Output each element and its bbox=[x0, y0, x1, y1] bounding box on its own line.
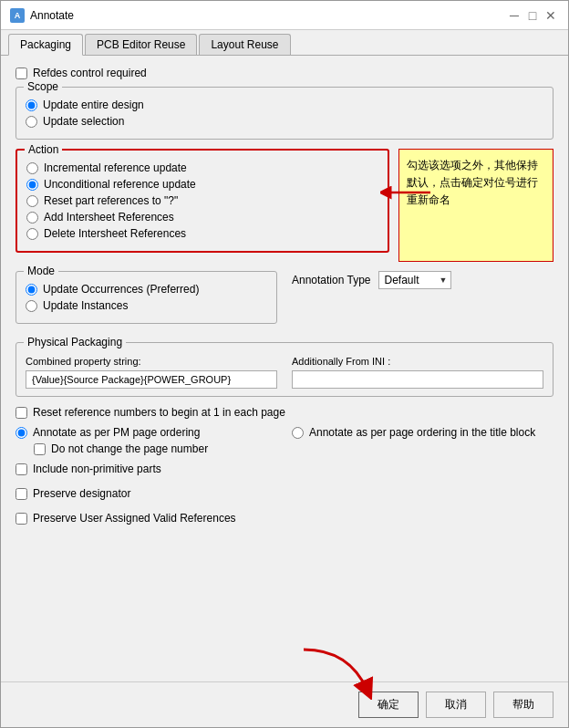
refdes-control-label: Refdes control required bbox=[33, 67, 147, 79]
action-label-3: Add Intersheet References bbox=[44, 211, 174, 224]
cancel-button[interactable]: 取消 bbox=[426, 692, 486, 718]
include-non-primitive-checkbox[interactable] bbox=[16, 463, 27, 475]
title-bar: A Annotate ─ □ ✕ bbox=[1, 1, 568, 30]
action-radio-4[interactable] bbox=[26, 228, 38, 240]
refdes-control-checkbox[interactable] bbox=[16, 68, 27, 79]
tab-pcb-editor-reuse[interactable]: PCB Editor Reuse bbox=[85, 34, 197, 55]
action-option-4: Delete Intersheet References bbox=[26, 227, 378, 240]
scope-label-1: Update selection bbox=[43, 115, 124, 128]
action-radio-0[interactable] bbox=[26, 162, 38, 174]
physical-packaging-group: Physical Packaging Combined property str… bbox=[16, 342, 553, 397]
annotate-pm-row: Annotate as per PM page ordering bbox=[16, 426, 277, 439]
action-title: Action bbox=[25, 143, 62, 156]
combined-label: Combined property string: bbox=[26, 356, 277, 367]
annotation-type-select[interactable]: Default bbox=[378, 271, 451, 289]
action-label-4: Delete Intersheet References bbox=[44, 227, 186, 240]
annotation-type-label: Annotation Type bbox=[292, 274, 371, 286]
no-page-change-checkbox[interactable] bbox=[34, 443, 46, 455]
action-option-2: Reset part references to "?" bbox=[26, 194, 378, 207]
close-button[interactable]: ✕ bbox=[543, 7, 559, 24]
window-icon: A bbox=[10, 8, 25, 23]
annotation-type-select-wrapper: Default bbox=[378, 271, 451, 289]
action-label-0: Incremental reference update bbox=[44, 161, 187, 174]
maximize-button[interactable]: □ bbox=[524, 7, 541, 24]
include-non-primitive-label: Include non-primitive parts bbox=[33, 463, 161, 475]
minimize-button[interactable]: ─ bbox=[506, 7, 522, 24]
window-controls: ─ □ ✕ bbox=[506, 7, 559, 24]
preserve-designator-checkbox[interactable] bbox=[16, 488, 27, 500]
mode-option-0: Update Occurrences (Preferred) bbox=[26, 283, 267, 296]
annotate-pm-radio[interactable] bbox=[16, 427, 27, 439]
confirm-arrow-icon bbox=[276, 645, 386, 700]
scope-title: Scope bbox=[24, 80, 62, 93]
annotate-title-row: Annotate as per page ordering in the tit… bbox=[292, 426, 553, 439]
reset-reference-label: Reset reference numbers to begin at 1 in… bbox=[33, 406, 285, 419]
mode-title: Mode bbox=[24, 265, 58, 277]
reset-reference-checkbox[interactable] bbox=[16, 407, 27, 419]
mode-radio-1[interactable] bbox=[26, 300, 37, 312]
content-area: Refdes control required Scope Update ent… bbox=[1, 56, 568, 681]
scope-option-1: Update selection bbox=[26, 115, 543, 128]
physical-packaging-title: Physical Packaging bbox=[24, 336, 126, 348]
scope-radio-0[interactable] bbox=[26, 99, 37, 111]
combined-input[interactable] bbox=[26, 370, 277, 389]
preserve-user-checkbox[interactable] bbox=[16, 513, 27, 525]
mode-radio-0[interactable] bbox=[26, 284, 37, 296]
annotate-title-radio[interactable] bbox=[292, 427, 304, 439]
preserve-designator-row: Preserve designator bbox=[16, 487, 553, 500]
preserve-user-row: Preserve User Assigned Valid References bbox=[16, 512, 553, 525]
help-button[interactable]: 帮助 bbox=[493, 692, 553, 718]
action-group: Action Incremental reference update Unco… bbox=[16, 149, 389, 253]
scope-radio-1[interactable] bbox=[26, 116, 37, 128]
tab-bar: Packaging PCB Editor Reuse Layout Reuse bbox=[1, 30, 568, 56]
annotate-title-label: Annotate as per page ordering in the tit… bbox=[309, 426, 535, 439]
scope-option-0: Update entire design bbox=[26, 99, 543, 111]
tooltip-box: 勾选该选项之外，其他保持默认，点击确定对位号进行重新命名 bbox=[398, 149, 553, 262]
action-radio-1[interactable] bbox=[26, 179, 38, 191]
mode-label-1: Update Instances bbox=[43, 299, 128, 312]
mode-group: Mode Update Occurrences (Preferred) Upda… bbox=[16, 271, 277, 324]
refdes-control-row: Refdes control required bbox=[16, 67, 553, 79]
footer: 确定 取消 帮助 bbox=[1, 681, 568, 727]
action-option-1: Unconditional reference update bbox=[26, 178, 378, 191]
include-non-primitive-row: Include non-primitive parts bbox=[16, 463, 553, 475]
main-window: A Annotate ─ □ ✕ Packaging PCB Editor Re… bbox=[0, 0, 569, 728]
no-page-change-row: Do not change the page number bbox=[34, 442, 277, 455]
window-title: Annotate bbox=[30, 9, 74, 22]
preserve-user-label: Preserve User Assigned Valid References bbox=[33, 512, 236, 525]
action-arrow-icon bbox=[380, 183, 435, 202]
action-radio-2[interactable] bbox=[26, 195, 38, 207]
action-radio-3[interactable] bbox=[26, 212, 38, 224]
tab-layout-reuse[interactable]: Layout Reuse bbox=[199, 34, 290, 55]
annotation-type-row: Annotation Type Default bbox=[292, 271, 553, 289]
action-label-2: Reset part references to "?" bbox=[44, 194, 178, 207]
scope-label-0: Update entire design bbox=[43, 99, 144, 111]
additionally-label: Additionally From INI : bbox=[292, 356, 543, 367]
mode-option-1: Update Instances bbox=[26, 299, 267, 312]
scope-group: Scope Update entire design Update select… bbox=[16, 87, 553, 140]
no-page-change-label: Do not change the page number bbox=[51, 442, 208, 455]
action-option-3: Add Intersheet References bbox=[26, 211, 378, 224]
tab-packaging[interactable]: Packaging bbox=[8, 34, 83, 56]
additionally-input[interactable] bbox=[292, 370, 543, 389]
preserve-designator-label: Preserve designator bbox=[33, 487, 130, 500]
annotate-pm-label: Annotate as per PM page ordering bbox=[33, 426, 200, 439]
reset-reference-row: Reset reference numbers to begin at 1 in… bbox=[16, 406, 553, 419]
action-label-1: Unconditional reference update bbox=[44, 178, 196, 191]
action-option-0: Incremental reference update bbox=[26, 161, 378, 174]
mode-label-0: Update Occurrences (Preferred) bbox=[43, 283, 199, 296]
